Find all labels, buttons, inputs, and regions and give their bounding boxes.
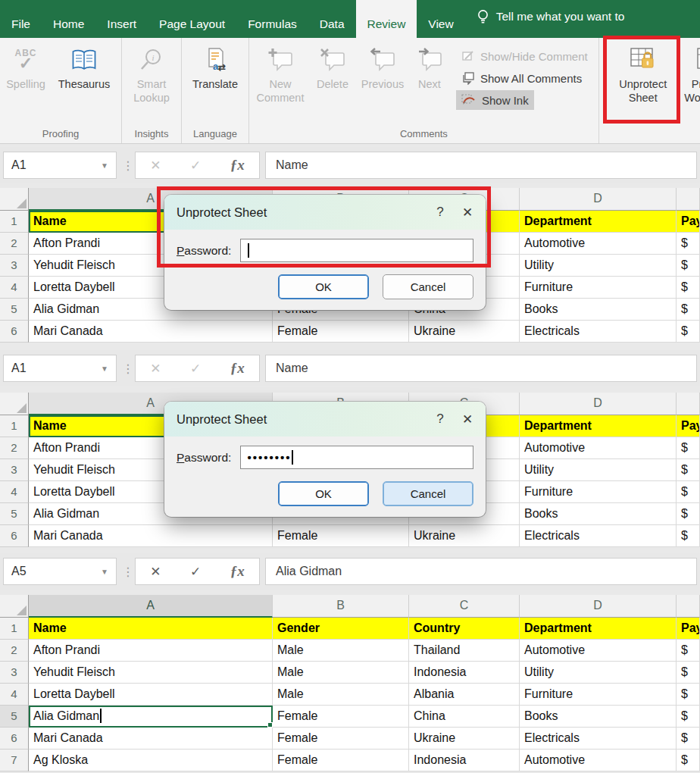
help-icon[interactable]: ? (427, 205, 454, 220)
name-box-dropdown-icon[interactable]: ▼ (101, 161, 108, 170)
cell-D3[interactable]: Utility (520, 662, 677, 684)
column-header-A[interactable]: A (29, 595, 273, 618)
help-icon[interactable]: ? (427, 412, 454, 427)
close-icon[interactable]: ✕ (454, 205, 481, 221)
cell-B1[interactable]: Gender (273, 618, 409, 640)
cell-A6[interactable]: Mari Canada (29, 321, 273, 343)
cell-A2[interactable]: Afton Prandi (29, 640, 273, 662)
protect-workbook-button[interactable]: Protect Workbook (680, 40, 700, 106)
select-all-corner[interactable] (0, 595, 29, 618)
next-comment-button[interactable]: Next (409, 40, 450, 93)
row-header-6[interactable]: 6 (0, 525, 29, 547)
cell-C6[interactable]: Ukraine (409, 525, 520, 547)
new-comment-button[interactable]: New Comment (252, 40, 309, 106)
cell-D2[interactable]: Automotive (520, 640, 677, 662)
cell-D1[interactable]: Department (520, 618, 677, 640)
cell-D2[interactable]: Automotive (520, 437, 677, 459)
cell-D6[interactable]: Electricals (520, 525, 677, 547)
confirm-entry-icon[interactable]: ✓ (190, 158, 201, 174)
cell-E1[interactable]: Pay (677, 415, 700, 437)
row-header-6[interactable]: 6 (0, 321, 29, 343)
insert-function-icon[interactable]: ƒx (230, 563, 245, 580)
delete-comment-button[interactable]: Delete (309, 40, 356, 93)
select-all-corner[interactable] (0, 188, 29, 211)
ok-button[interactable]: OK (278, 274, 369, 299)
row-header-6[interactable]: 6 (0, 728, 29, 750)
insert-function-icon[interactable]: ƒx (230, 157, 245, 174)
formula-input[interactable]: Name (265, 355, 697, 382)
column-header-B[interactable]: B (273, 595, 409, 618)
translate-button[interactable]: a ⇄ Translate (184, 40, 246, 93)
column-header-E[interactable] (677, 393, 700, 415)
cell-B2[interactable]: Male (273, 640, 409, 662)
cell-B6[interactable]: Female (273, 525, 409, 547)
row-header-7[interactable]: 7 (0, 750, 29, 771)
cell-E1[interactable]: Pay (677, 618, 700, 640)
row-header-1[interactable]: 1 (0, 415, 29, 437)
cancel-entry-icon[interactable]: ✕ (150, 564, 161, 580)
cell-D2[interactable]: Automotive (520, 233, 677, 255)
cell-B3[interactable]: Male (273, 662, 409, 684)
cell-C3[interactable]: Indonesia (409, 662, 520, 684)
show-hide-comment-button[interactable]: Show/Hide Comment (456, 46, 593, 66)
cell-D5[interactable]: Books (520, 299, 677, 321)
cell-E6[interactable]: $ (677, 321, 700, 343)
row-header-1[interactable]: 1 (0, 211, 29, 233)
formula-input[interactable]: Alia Gidman (265, 558, 697, 585)
row-header-2[interactable]: 2 (0, 640, 29, 662)
tab-review[interactable]: Review (356, 0, 417, 38)
cell-B5[interactable]: Female (273, 706, 409, 728)
row-header-3[interactable]: 3 (0, 255, 29, 277)
tab-formulas[interactable]: Formulas (236, 0, 308, 38)
confirm-entry-icon[interactable]: ✓ (190, 564, 201, 580)
row-header-3[interactable]: 3 (0, 662, 29, 684)
formula-input[interactable]: Name (265, 152, 697, 179)
password-input[interactable]: •••••••• (240, 446, 473, 469)
confirm-entry-icon[interactable]: ✓ (190, 361, 201, 377)
row-header-1[interactable]: 1 (0, 618, 29, 640)
insert-function-icon[interactable]: ƒx (230, 360, 245, 377)
spelling-button[interactable]: ABC✓ Spelling (2, 40, 49, 93)
cell-E3[interactable]: $ (677, 459, 700, 481)
cell-D1[interactable]: Department (520, 211, 677, 233)
cell-D5[interactable]: Books (520, 706, 677, 728)
cell-B6[interactable]: Female (273, 321, 409, 343)
cell-D5[interactable]: Books (520, 503, 677, 525)
row-header-4[interactable]: 4 (0, 481, 29, 503)
cell-B7[interactable]: Female (273, 750, 409, 771)
cell-E5[interactable]: $ (677, 503, 700, 525)
cell-E6[interactable]: $ (677, 525, 700, 547)
cell-D1[interactable]: Department (520, 415, 677, 437)
cell-D3[interactable]: Utility (520, 459, 677, 481)
column-header-D[interactable]: D (520, 595, 677, 618)
fill-handle[interactable] (267, 722, 273, 728)
close-icon[interactable]: ✕ (454, 412, 481, 427)
tab-data[interactable]: Data (308, 0, 356, 38)
cell-A6[interactable]: Mari Canada (29, 525, 273, 547)
cell-D4[interactable]: Furniture (520, 277, 677, 299)
column-header-E[interactable] (677, 188, 700, 211)
cell-E2[interactable]: $ (677, 233, 700, 255)
cell-B4[interactable]: Male (273, 684, 409, 706)
cell-A1[interactable]: Name (29, 618, 273, 640)
cell-A6[interactable]: Mari Canada (29, 728, 273, 750)
column-header-D[interactable]: D (520, 188, 677, 211)
tell-me[interactable]: Tell me what you want to (476, 0, 625, 38)
cell-E2[interactable]: $ (677, 640, 700, 662)
cell-E1[interactable]: Pay (677, 211, 700, 233)
unprotect-sheet-button[interactable]: Unprotect Sheet (607, 40, 680, 106)
tab-view[interactable]: View (417, 0, 464, 38)
cell-C4[interactable]: Albania (409, 684, 520, 706)
cell-C6[interactable]: Ukraine (409, 728, 520, 750)
cell-B6[interactable]: Female (273, 728, 409, 750)
cell-E4[interactable]: $ (677, 481, 700, 503)
name-box-dropdown-icon[interactable]: ▼ (101, 568, 108, 576)
cell-D3[interactable]: Utility (520, 255, 677, 277)
cell-A5[interactable]: Alia Gidman (29, 706, 273, 728)
cell-C2[interactable]: Thailand (409, 640, 520, 662)
row-header-5[interactable]: 5 (0, 706, 29, 728)
password-input[interactable] (240, 239, 473, 262)
cell-C1[interactable]: Country (409, 618, 520, 640)
tab-page-layout[interactable]: Page Layout (148, 0, 236, 38)
cell-E7[interactable]: $ (677, 750, 700, 771)
